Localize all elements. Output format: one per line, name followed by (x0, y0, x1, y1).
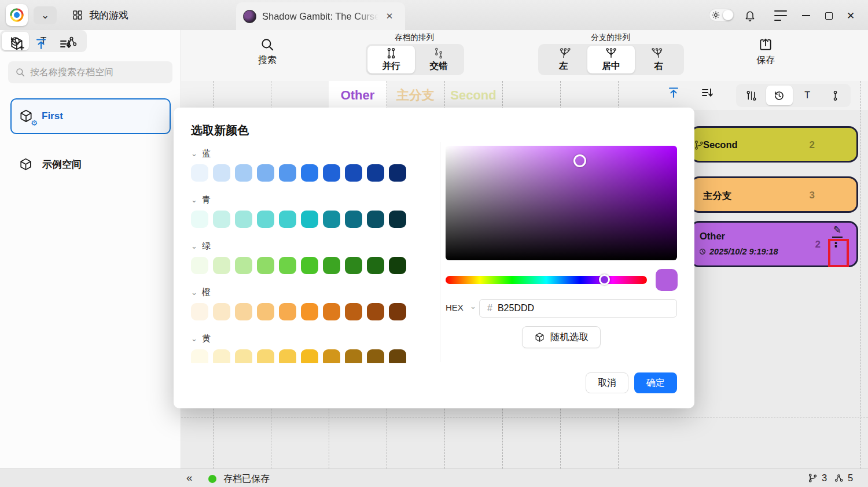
color-swatch[interactable] (191, 303, 208, 320)
app-logo[interactable] (6, 4, 28, 26)
color-swatch[interactable] (191, 349, 208, 363)
color-group-header[interactable]: ⌄ 黄 (191, 332, 428, 345)
hex-mode-label[interactable]: HEX (446, 302, 464, 312)
add-space-button[interactable] (7, 34, 27, 54)
color-swatch[interactable] (257, 164, 274, 182)
window-dropdown-button[interactable]: ⌄ (34, 6, 57, 24)
color-swatch[interactable] (213, 211, 230, 228)
maximize-button[interactable] (821, 8, 836, 23)
color-swatch[interactable] (301, 211, 318, 228)
color-swatch[interactable] (301, 349, 318, 363)
color-swatch[interactable] (301, 303, 318, 320)
color-swatch[interactable] (279, 303, 296, 320)
search-input[interactable]: 按名称搜索存档空间 (8, 61, 172, 83)
sidebar-item-first[interactable]: ⚙ First (10, 98, 171, 134)
color-swatch[interactable] (191, 257, 208, 274)
game-tab[interactable]: Shadow Gambit: The Cursed ✕ (236, 2, 405, 30)
view-mode-commits[interactable] (822, 86, 849, 105)
color-swatch[interactable] (323, 257, 340, 274)
color-group-header[interactable]: ⌄ 蓝 (191, 147, 428, 160)
color-swatch[interactable] (345, 211, 362, 228)
sort-ascending-button[interactable] (31, 34, 51, 54)
color-swatch[interactable] (279, 257, 296, 274)
view-mode-compare[interactable] (738, 86, 765, 105)
saturation-value-gradient[interactable] (446, 146, 677, 260)
color-swatch[interactable] (213, 303, 230, 320)
color-swatch[interactable] (389, 349, 406, 363)
align-left-button[interactable]: 左 (540, 46, 587, 73)
color-swatch[interactable] (345, 257, 362, 274)
hue-slider[interactable] (446, 276, 647, 284)
color-swatch[interactable] (279, 164, 296, 182)
color-swatch[interactable] (301, 164, 318, 182)
confirm-button[interactable]: 确定 (634, 372, 677, 393)
branch-card-second[interactable]: Second 2 (690, 126, 858, 163)
branches-sort-list-button[interactable] (700, 86, 714, 99)
view-mode-text[interactable]: T (794, 86, 821, 105)
color-swatch[interactable] (323, 303, 340, 320)
sidebar-item-sample-space[interactable]: 示例空间 (10, 147, 171, 182)
color-swatch[interactable] (389, 303, 406, 320)
theme-toggle[interactable] (709, 9, 734, 21)
color-swatch[interactable] (235, 257, 252, 274)
color-swatch[interactable] (213, 164, 230, 182)
color-swatch[interactable] (235, 164, 252, 182)
edit-branch-icon[interactable]: ✎ (832, 224, 843, 238)
color-swatch[interactable] (191, 211, 208, 228)
color-swatch[interactable] (367, 303, 384, 320)
arrange-parallel-button[interactable]: 并行 (367, 46, 415, 73)
color-swatch[interactable] (389, 211, 406, 228)
color-swatch[interactable] (191, 164, 208, 182)
view-mode-history[interactable] (766, 86, 793, 105)
workspace-switcher[interactable]: 我的游戏 (72, 0, 128, 30)
color-swatch[interactable] (235, 211, 252, 228)
close-window-button[interactable]: ✕ (843, 8, 858, 23)
color-swatch[interactable] (257, 349, 274, 363)
hex-input[interactable]: # B25DDD (479, 299, 677, 318)
hue-slider-thumb[interactable] (599, 274, 610, 285)
color-swatch[interactable] (367, 349, 384, 363)
color-swatch[interactable] (389, 257, 406, 274)
color-swatch[interactable] (389, 164, 406, 182)
color-swatch[interactable] (323, 349, 340, 363)
color-swatch[interactable] (257, 303, 274, 320)
align-center-button[interactable]: 居中 (587, 46, 635, 73)
notifications-button[interactable] (742, 8, 757, 23)
color-swatch[interactable] (345, 303, 362, 320)
color-swatch[interactable] (213, 349, 230, 363)
search-button[interactable]: 搜索 (258, 37, 277, 67)
color-group-header[interactable]: ⌄ 橙 (191, 286, 428, 298)
color-swatch[interactable] (257, 257, 274, 274)
color-swatch[interactable] (323, 164, 340, 182)
color-swatch[interactable] (345, 349, 362, 363)
branch-card-main[interactable]: 主分支 3 (690, 176, 858, 213)
color-swatch[interactable] (367, 257, 384, 274)
color-swatch[interactable] (323, 211, 340, 228)
color-swatch[interactable] (367, 164, 384, 182)
color-swatch[interactable] (235, 349, 252, 363)
gradient-cursor[interactable] (573, 154, 586, 167)
random-pick-button[interactable]: 随机选取 (522, 326, 601, 348)
color-swatch[interactable] (213, 257, 230, 274)
color-swatch[interactable] (301, 257, 318, 274)
align-right-button[interactable]: 右 (635, 46, 682, 73)
color-swatch[interactable] (279, 349, 296, 363)
color-swatch[interactable] (367, 211, 384, 228)
column-header-second[interactable]: Second (444, 81, 502, 110)
sort-list-button[interactable] (56, 34, 75, 54)
color-swatch[interactable] (279, 211, 296, 228)
color-group-header[interactable]: ⌄ 绿 (191, 239, 428, 252)
arrange-interleave-button[interactable]: 交错 (415, 46, 462, 73)
color-swatch[interactable] (235, 303, 252, 320)
column-header-main-branch[interactable]: 主分支 (387, 81, 444, 110)
cancel-button[interactable]: 取消 (586, 372, 628, 393)
chevron-down-icon[interactable]: ⌄ (470, 302, 476, 311)
branch-card-other[interactable]: Other 2025/10/2 9:19:18 2 ✎ ⋮ (690, 221, 858, 267)
save-button[interactable]: 保存 (756, 37, 775, 67)
column-header-other[interactable]: Other (329, 81, 387, 110)
tab-close-icon[interactable]: ✕ (383, 10, 396, 23)
color-group-header[interactable]: ⌄ 青 (191, 193, 428, 206)
minimize-button[interactable] (799, 8, 814, 23)
collapse-sidebar-icon[interactable]: « (186, 471, 193, 484)
branches-sort-ascending-button[interactable] (667, 86, 681, 99)
